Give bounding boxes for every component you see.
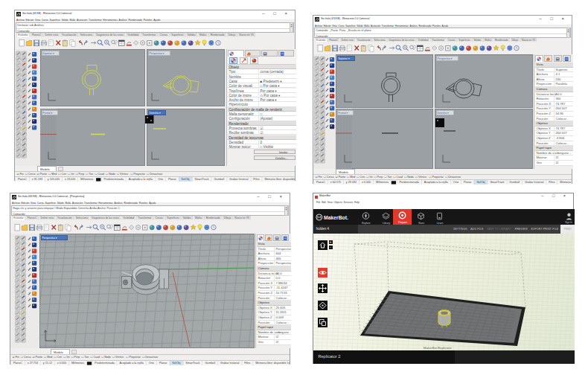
svg-text:MakerBot Replicator: MakerBot Replicator: [424, 346, 453, 350]
svg-text:MakerBot.: MakerBot.: [324, 215, 348, 220]
